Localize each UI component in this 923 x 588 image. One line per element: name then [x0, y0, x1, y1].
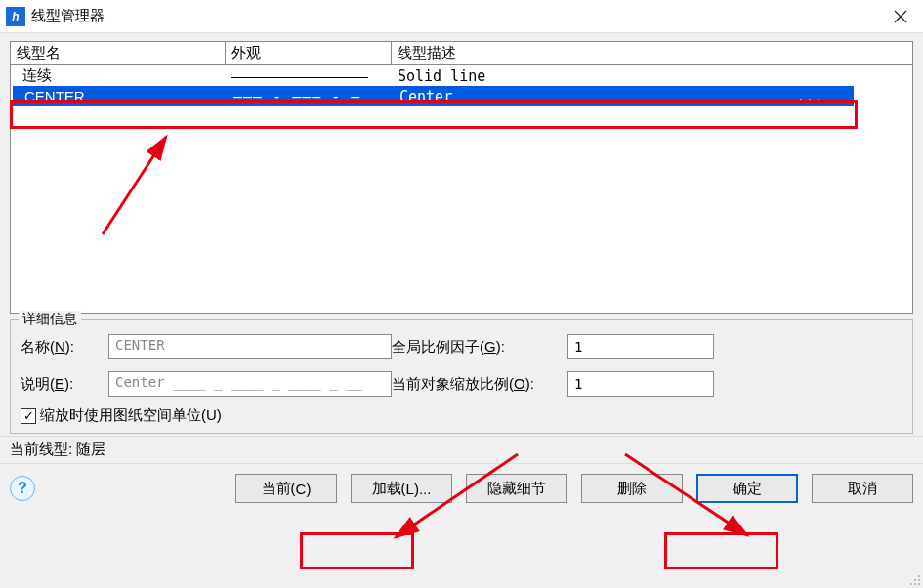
- object-scale-label: 当前对象缩放比例(O):: [392, 375, 567, 394]
- window-title: 线型管理器: [31, 7, 878, 25]
- annotation-highlight: [664, 532, 778, 569]
- load-button[interactable]: 加载(L)...: [351, 474, 452, 503]
- svg-point-6: [914, 579, 916, 581]
- checkbox-icon: ✓: [21, 408, 36, 424]
- svg-point-8: [910, 583, 912, 585]
- name-label: 名称(N):: [21, 338, 108, 357]
- cell-name: CENTER: [13, 88, 228, 105]
- annotation-highlight: [300, 532, 414, 569]
- current-button[interactable]: 当前(C): [235, 474, 337, 503]
- checkbox-label: 缩放时使用图纸空间单位(U): [40, 406, 222, 425]
- list-row[interactable]: 连续 Solid line: [11, 65, 912, 86]
- paperspace-units-checkbox[interactable]: ✓ 缩放时使用图纸空间单位(U): [21, 406, 902, 425]
- current-linetype-row: 当前线型: 随层: [0, 436, 923, 464]
- details-legend: 详细信息: [19, 311, 81, 328]
- header-desc[interactable]: 线型描述: [392, 42, 912, 65]
- desc-field: Center ____ _ ____ _ ____ _ __: [108, 371, 392, 397]
- svg-point-9: [914, 583, 916, 585]
- header-name[interactable]: 线型名: [11, 42, 226, 65]
- close-icon: [894, 10, 907, 23]
- global-scale-input[interactable]: [567, 334, 714, 359]
- global-scale-label: 全局比例因子(G):: [392, 338, 567, 357]
- desc-label: 说明(E):: [21, 375, 108, 394]
- hide-details-button[interactable]: 隐藏细节: [466, 474, 567, 503]
- cell-appearance: [226, 67, 392, 84]
- linetype-list[interactable]: 线型名 外观 线型描述 连续 Solid line CENTER ——— - —…: [10, 41, 913, 314]
- svg-point-10: [918, 583, 920, 585]
- object-scale-input[interactable]: [567, 371, 714, 397]
- list-row[interactable]: CENTER ——— - ——— - — Center ____ _ ____ …: [13, 86, 854, 106]
- titlebar: h 线型管理器: [0, 0, 923, 33]
- dialog-button-row: ? 当前(C) 加载(L)... 隐藏细节 删除 确定 取消: [0, 464, 923, 503]
- current-linetype-label: 当前线型:: [10, 441, 72, 457]
- help-button[interactable]: ?: [10, 476, 35, 501]
- resize-grip-icon[interactable]: [907, 572, 921, 586]
- solid-line-preview: [231, 77, 368, 78]
- details-panel: 详细信息 名称(N): CENTER 全局比例因子(G): 说明(E): Cen…: [10, 319, 913, 434]
- list-header: 线型名 外观 线型描述: [11, 42, 912, 65]
- cell-desc: Solid line: [392, 67, 912, 85]
- svg-point-7: [918, 579, 920, 581]
- cell-appearance: ——— - ——— - —: [228, 88, 394, 105]
- svg-point-5: [918, 575, 920, 577]
- delete-button[interactable]: 删除: [581, 474, 683, 503]
- cell-desc: Center ____ _ ____ _ ____ _ ____ _ ____ …: [394, 88, 854, 105]
- app-icon: h: [6, 7, 25, 26]
- close-button[interactable]: [878, 0, 923, 33]
- header-appearance[interactable]: 外观: [226, 42, 392, 65]
- cancel-button[interactable]: 取消: [812, 474, 913, 503]
- ok-button[interactable]: 确定: [696, 474, 798, 503]
- name-field: CENTER: [108, 334, 392, 359]
- current-linetype-value: 随层: [76, 441, 105, 457]
- cell-name: 连续: [11, 66, 226, 85]
